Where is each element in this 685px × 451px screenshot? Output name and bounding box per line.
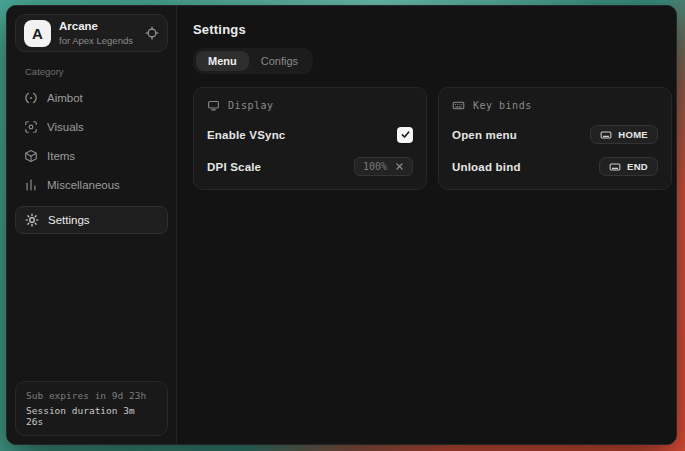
brand-card: A Arcane for Apex Legends (15, 14, 168, 52)
brand-subtitle: for Apex Legends (59, 36, 133, 46)
clear-x-icon[interactable] (395, 162, 404, 171)
app-window: A Arcane for Apex Legends Category Aimbo… (6, 5, 677, 445)
brand-text: Arcane for Apex Legends (59, 21, 133, 45)
sidebar-item-aimbot[interactable]: Aimbot (15, 84, 168, 112)
sidebar-item-label: Miscellaneous (47, 179, 120, 191)
vsync-checkbox[interactable] (397, 127, 413, 143)
monitor-icon (207, 99, 220, 112)
unload-bind-row: Unload bind END (452, 157, 658, 176)
subscription-status-card: Sub expires in 9d 23h Session duration 3… (15, 381, 168, 436)
keybinds-card-header: Key binds (452, 99, 658, 112)
check-icon (400, 129, 411, 140)
keyboard-icon (600, 129, 612, 141)
open-menu-key: HOME (618, 129, 648, 140)
sidebar-item-label: Settings (48, 214, 90, 226)
visuals-scan-icon (24, 120, 38, 134)
target-scope-icon[interactable] (145, 26, 159, 40)
dpi-scale-input[interactable]: 100% (354, 157, 413, 176)
sidebar-item-label: Items (47, 150, 75, 162)
open-menu-row: Open menu HOME (452, 125, 658, 144)
aimbot-focus-icon (24, 91, 38, 105)
sidebar-item-items[interactable]: Items (15, 142, 168, 170)
keyboard-icon (452, 99, 465, 112)
unload-keybind[interactable]: END (599, 157, 658, 176)
sub-expiry-text: Sub expires in 9d 23h (26, 390, 157, 401)
session-duration-text: Session duration 3m 26s (26, 405, 157, 427)
sidebar: A Arcane for Apex Legends Category Aimbo… (7, 6, 177, 444)
page-title: Settings (193, 22, 672, 37)
display-card: Display Enable VSync DPI Scale 100% (193, 87, 427, 190)
settings-gear-icon (25, 213, 39, 227)
tab-configs[interactable]: Configs (249, 51, 310, 71)
open-menu-label: Open menu (452, 129, 517, 141)
vsync-row: Enable VSync (207, 125, 413, 144)
category-label: Category (25, 66, 168, 77)
brand-logo: A (24, 20, 51, 47)
settings-tabs: Menu Configs (193, 48, 313, 74)
display-card-header: Display (207, 99, 413, 112)
sidebar-item-label: Visuals (47, 121, 84, 133)
unload-bind-label: Unload bind (452, 161, 521, 173)
dpi-value: 100% (363, 161, 387, 172)
unload-key: END (627, 161, 648, 172)
open-menu-keybind[interactable]: HOME (590, 125, 658, 144)
keybinds-card-title: Key binds (473, 100, 532, 111)
misc-columns-icon (24, 178, 38, 192)
tab-menu[interactable]: Menu (196, 51, 249, 71)
vsync-label: Enable VSync (207, 129, 285, 141)
dpi-label: DPI Scale (207, 161, 261, 173)
sidebar-item-label: Aimbot (47, 92, 83, 104)
display-card-title: Display (228, 100, 274, 111)
keyboard-icon (609, 161, 621, 173)
settings-cards: Display Enable VSync DPI Scale 100% (193, 87, 672, 190)
brand-title: Arcane (59, 21, 133, 33)
main-content: Settings Menu Configs Display Enable VSy… (177, 6, 677, 444)
sidebar-item-visuals[interactable]: Visuals (15, 113, 168, 141)
items-cube-icon (24, 149, 38, 163)
dpi-row: DPI Scale 100% (207, 157, 413, 176)
keybinds-card: Key binds Open menu HOME Unload bind (438, 87, 672, 190)
sidebar-item-settings[interactable]: Settings (15, 206, 168, 234)
sidebar-item-miscellaneous[interactable]: Miscellaneous (15, 171, 168, 199)
